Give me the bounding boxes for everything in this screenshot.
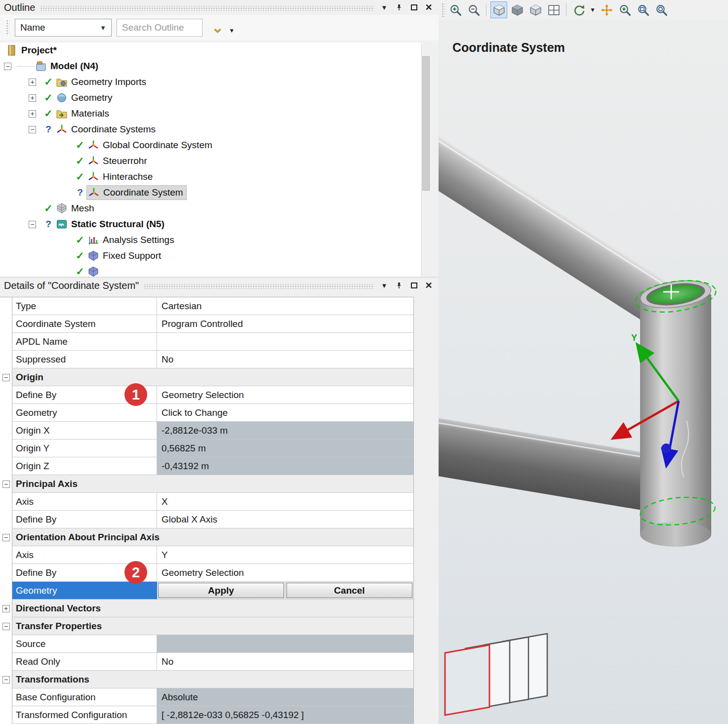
- group-collapse-icon[interactable]: −: [2, 374, 10, 381]
- annotation-badge-1: 1: [124, 383, 147, 406]
- group-expand-icon[interactable]: +: [2, 605, 10, 612]
- zoom-box-in-icon[interactable]: [447, 2, 463, 18]
- tree-item-geometry-imports[interactable]: +✓Geometry Imports: [0, 74, 421, 90]
- details-property-value[interactable]: Geometry Selection: [157, 564, 414, 582]
- outline-panel-header: Outline ▼ ✕: [0, 0, 439, 15]
- tree-item-content[interactable]: Hinterachse: [86, 170, 156, 184]
- details-property-value[interactable]: No: [157, 653, 414, 671]
- details-property-value[interactable]: Geometry Selection: [157, 386, 414, 404]
- tree-item-content[interactable]: Coordinate Systems: [55, 122, 159, 136]
- tree-item-content[interactable]: Geometry: [55, 91, 115, 105]
- tree-item-static-structural-n5[interactable]: −?Static Structural (N5): [0, 216, 421, 232]
- tree-item-content[interactable]: Fixed Support: [86, 249, 164, 263]
- outline-scrollbar-thumb[interactable]: [422, 56, 430, 191]
- expand-search-chevron-icon[interactable]: ⌄: [211, 23, 224, 33]
- geometry-icon: [56, 92, 68, 104]
- details-property-label: Define By: [12, 511, 157, 528]
- details-property-value[interactable]: Global X Axis: [157, 511, 414, 528]
- collapse-icon[interactable]: −: [4, 63, 11, 70]
- details-group-header[interactable]: Transfer Properties: [12, 617, 414, 635]
- zoom-fit-icon[interactable]: [653, 2, 669, 18]
- tree-item-analysis-settings[interactable]: ✓Analysis Settings: [0, 232, 421, 248]
- tree-item-model-n4[interactable]: −Model (N4): [0, 58, 421, 74]
- collapse-icon[interactable]: −: [29, 126, 36, 133]
- outline-scrollbar[interactable]: [421, 42, 430, 277]
- zoom-magnify-icon[interactable]: [635, 2, 651, 18]
- name-filter-dropdown[interactable]: Name ▼: [15, 19, 112, 37]
- zoom-in-icon[interactable]: [617, 2, 633, 18]
- details-group-header[interactable]: Directional Vectors: [12, 600, 414, 617]
- details-property-value[interactable]: Cartesian: [157, 297, 414, 315]
- collapse-icon[interactable]: −: [29, 221, 36, 228]
- tree-item-label: Steuerrohr: [103, 156, 147, 166]
- 3d-viewport[interactable]: Coordinate System: [439, 20, 728, 724]
- tree-item-mesh[interactable]: ✓Mesh: [0, 201, 421, 216]
- tree-item-steuerrohr[interactable]: ✓Steuerrohr: [0, 153, 421, 169]
- maximize-icon[interactable]: [409, 281, 419, 290]
- tree-item-coordinate-system[interactable]: ?Coordinate System: [0, 185, 421, 201]
- pin-icon[interactable]: [394, 2, 404, 12]
- triad-view-icon[interactable]: [527, 2, 543, 18]
- zoom-box-out-icon[interactable]: [466, 2, 482, 18]
- tree-item-materials[interactable]: +✓Materials: [0, 106, 421, 121]
- 3d-scene[interactable]: Y: [439, 20, 728, 724]
- pan-icon[interactable]: [599, 2, 614, 18]
- cancel-button[interactable]: Cancel: [286, 583, 412, 598]
- menu-caret-icon[interactable]: ▼: [379, 2, 389, 12]
- close-icon[interactable]: ✕: [424, 281, 434, 290]
- tree-item-content[interactable]: Analysis Settings: [86, 233, 177, 247]
- details-property-value[interactable]: No: [157, 351, 414, 368]
- tree-item-content[interactable]: Model (N4): [34, 59, 101, 73]
- group-collapse-icon[interactable]: −: [2, 623, 10, 630]
- details-property-value[interactable]: X: [157, 493, 414, 511]
- group-collapse-icon[interactable]: −: [2, 534, 10, 541]
- tree-item-content[interactable]: Coordinate System: [86, 185, 187, 200]
- name-filter-value: Name: [20, 22, 100, 33]
- group-collapse-icon[interactable]: −: [2, 481, 10, 488]
- dropdown-caret-icon[interactable]: ▼: [589, 6, 596, 13]
- expand-icon[interactable]: +: [29, 79, 36, 86]
- expand-icon[interactable]: +: [29, 94, 36, 102]
- maximize-icon[interactable]: [409, 2, 419, 12]
- group-collapse-icon[interactable]: −: [2, 676, 10, 684]
- caret-down-icon[interactable]: ▼: [229, 27, 235, 34]
- details-group-header[interactable]: Transformations: [12, 671, 414, 688]
- tree-item-content[interactable]: Project*: [5, 43, 60, 57]
- tree-item-content[interactable]: Steuerrohr: [86, 154, 150, 168]
- axes-icon: [87, 139, 99, 151]
- tree-item-content[interactable]: [86, 265, 106, 277]
- details-property-value[interactable]: Y: [157, 546, 414, 564]
- isometric-view-icon[interactable]: [491, 2, 507, 18]
- pin-icon[interactable]: [394, 281, 404, 290]
- tree-item-fixed-support[interactable]: ✓Fixed Support: [0, 248, 421, 264]
- tree-item-global-coordinate-system[interactable]: ✓Global Coordinate System: [0, 137, 421, 153]
- tree-item-content[interactable]: Global Coordinate System: [86, 138, 215, 152]
- details-property-value[interactable]: Click to Change: [157, 404, 414, 422]
- tree-item-hinterachse[interactable]: ✓Hinterachse: [0, 169, 421, 185]
- tree-item-content[interactable]: Geometry Imports: [55, 75, 149, 89]
- tree-item-project[interactable]: Project*: [0, 42, 421, 58]
- shaded-view-icon[interactable]: [509, 2, 525, 18]
- details-group-header[interactable]: Orientation About Principal Axis: [12, 528, 414, 546]
- close-icon[interactable]: ✕: [424, 2, 434, 12]
- details-property-value[interactable]: Program Controlled: [157, 315, 414, 333]
- toolbar-drag-handle-icon[interactable]: [6, 20, 9, 36]
- tree-item-content[interactable]: Mesh: [55, 201, 97, 215]
- tree-item-content[interactable]: Materials: [55, 107, 112, 121]
- apply-button[interactable]: Apply: [158, 583, 284, 598]
- tree-item-geometry[interactable]: +✓Geometry: [0, 90, 421, 106]
- tree-item-coordinate-systems[interactable]: −?Coordinate Systems: [0, 121, 421, 137]
- details-group-header[interactable]: Origin: [12, 368, 414, 386]
- orbit-icon[interactable]: [571, 2, 587, 18]
- details-property-value[interactable]: [157, 333, 414, 351]
- tree-item-partial[interactable]: ✓: [0, 264, 421, 277]
- drag-handle-icon[interactable]: [442, 3, 445, 17]
- expand-icon[interactable]: +: [29, 110, 36, 118]
- annotation-badge-2: 2: [124, 561, 147, 584]
- menu-caret-icon[interactable]: ▼: [379, 281, 389, 290]
- tree-item-content[interactable]: Static Structural (N5): [55, 217, 167, 231]
- viewports-icon[interactable]: [546, 2, 562, 18]
- chevron-down-icon: ▼: [100, 24, 106, 32]
- details-group-header[interactable]: Principal Axis: [12, 475, 414, 493]
- search-outline-input[interactable]: [117, 19, 202, 37]
